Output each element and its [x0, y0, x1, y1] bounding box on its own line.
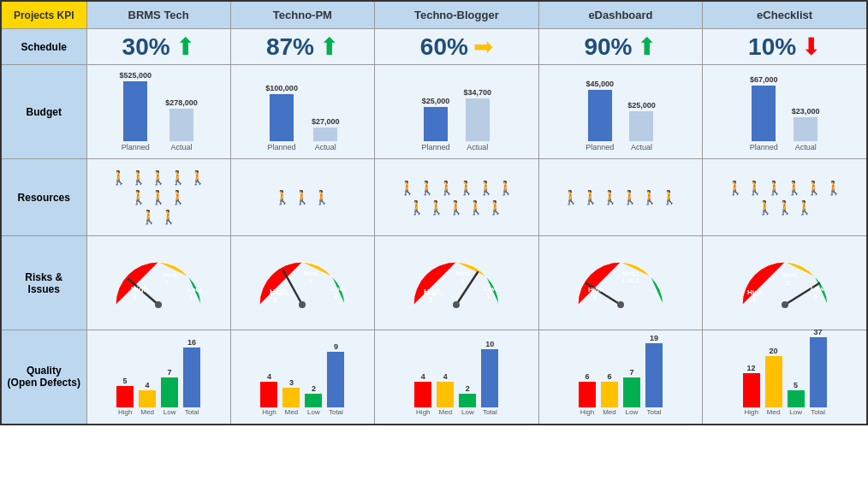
person-green: 🚶: [313, 189, 330, 205]
quality-high-3: 4: [421, 372, 425, 381]
budget-planned-1: $525,000: [120, 71, 152, 80]
risks-cell-3: High, 1 Med, 1 Low, 1: [375, 236, 539, 330]
budget-planned-3: $25,000: [422, 97, 450, 105]
quality-total-bar-2: [327, 352, 344, 407]
svg-text:Med,: Med,: [304, 270, 319, 277]
schedule-value-2: 87%: [266, 33, 314, 61]
budget-actual-1: $278,000: [165, 98, 198, 107]
person-green: 🚶: [786, 180, 803, 196]
budget-cell-1: $525,000 Planned $278,000 Actual: [86, 65, 230, 159]
budget-actual-bar-5: [794, 117, 817, 141]
svg-text:High,: High,: [588, 286, 605, 294]
budget-planned-bar-4: [588, 90, 612, 141]
person-green: 🚶: [661, 189, 678, 205]
quality-high-2: 4: [267, 372, 271, 381]
quality-low-bar-2: [305, 394, 322, 407]
svg-text:1: 1: [429, 295, 433, 304]
budget-actual-bar-1: [169, 109, 193, 141]
budget-label: Budget: [1, 65, 86, 159]
schedule-cell-4: 90% ⬆: [538, 29, 703, 65]
schedule-cell-1: 30% ⬆: [86, 29, 230, 65]
budget-cell-4: $45,000 Planned $25,000 Actual: [538, 65, 703, 159]
quality-cell-5: 12 High 20 Med 5 Low 37: [703, 330, 867, 425]
quality-total-4: 19: [650, 334, 658, 342]
budget-cell-3: $25,000 Planned $34,700 Actual: [375, 65, 539, 159]
svg-text:Med,: Med,: [783, 271, 799, 279]
risks-cell-5: High, 1 Med, 2 Low, 5: [703, 236, 867, 330]
person-green: 🚶: [621, 189, 639, 205]
project-header-4: eDashboard: [538, 1, 703, 29]
person-red: 🚶: [140, 209, 158, 225]
quality-med-bar-3: [437, 382, 454, 407]
quality-med-1: 4: [146, 381, 150, 389]
person-red: 🚶: [428, 199, 445, 216]
schedule-arrow-4: ⬆: [637, 33, 657, 61]
svg-text:High,: High,: [424, 288, 443, 296]
person-red: 🚶: [408, 199, 425, 216]
quality-total-bar-5: [810, 337, 827, 407]
person-green: 🚶: [169, 189, 187, 205]
quality-high-bar-1: [116, 386, 134, 407]
schedule-value-5: 10%: [748, 33, 796, 61]
person-green: 🚶: [419, 180, 436, 196]
quality-cell-4: 6 High 6 Med 7 Low 19: [538, 330, 703, 425]
person-green: 🚶: [169, 169, 187, 186]
svg-text:5: 5: [813, 293, 817, 300]
person-green: 🚶: [458, 180, 475, 196]
person-green: 🚶: [582, 189, 599, 205]
quality-low-bar-1: [161, 377, 178, 407]
quality-med-bar-4: [601, 382, 618, 407]
kpi-header: Projects KPI: [1, 1, 86, 29]
schedule-arrow-2: ⬆: [319, 33, 339, 61]
project-header-5: eChecklist: [703, 1, 867, 29]
svg-text:4: 4: [308, 277, 312, 285]
schedule-cell-5: 10% ⬇: [703, 29, 867, 65]
budget-planned-bar-3: [424, 107, 448, 141]
svg-point-9: [299, 301, 306, 308]
person-green: 🚶: [274, 189, 291, 205]
person-green: 🚶: [478, 180, 495, 196]
quality-label: Quality (Open Defects): [1, 330, 86, 425]
person-green: 🚶: [448, 199, 465, 216]
person-green: 🚶: [399, 180, 416, 196]
schedule-cell-3: 60% ➡: [375, 29, 539, 65]
person-green: 🚶: [150, 169, 167, 186]
resources-cell-4: 🚶 🚶 🚶 🚶 🚶 🚶: [538, 159, 703, 236]
person-green: 🚶: [110, 169, 128, 186]
person-green: 🚶: [602, 189, 619, 205]
quality-high-4: 6: [585, 372, 589, 381]
quality-total-bar-1: [183, 347, 200, 407]
person-green: 🚶: [641, 189, 658, 205]
resources-cell-5: 🚶 🚶 🚶 🚶 🚶 🚶 🚶 🚶 🚶: [703, 159, 867, 236]
quality-low-bar-5: [788, 390, 805, 407]
quality-low-5: 5: [794, 381, 798, 389]
quality-total-3: 10: [485, 340, 494, 348]
quality-cell-2: 4 High 3 Med 2 Low 9: [230, 330, 374, 425]
svg-text:2: 2: [164, 278, 169, 286]
svg-text:High,: High,: [747, 288, 764, 296]
svg-point-31: [782, 301, 788, 308]
person-green: 🚶: [294, 189, 311, 205]
budget-planned-2: $100,000: [265, 84, 298, 92]
schedule-value-3: 60%: [420, 33, 468, 61]
quality-total-1: 16: [187, 338, 196, 347]
budget-planned-bar-1: [123, 81, 147, 141]
quality-low-1: 7: [168, 368, 172, 377]
resources-cell-3: 🚶 🚶 🚶 🚶 🚶 🚶 🚶 🚶 🚶 🚶 🚶: [375, 159, 539, 236]
person-red: 🚶: [160, 209, 177, 225]
person-green: 🚶: [825, 180, 842, 196]
person-green: 🚶: [757, 199, 774, 216]
budget-planned-bar-5: [752, 86, 776, 141]
svg-text:Low,: Low,: [811, 285, 826, 293]
quality-med-4: 6: [607, 372, 611, 381]
gauge-svg-3: High, 1 Med, 1 Low, 1: [405, 253, 508, 313]
schedule-arrow-5: ⬇: [801, 33, 821, 61]
quality-high-1: 5: [123, 377, 128, 385]
resources-label: Resources: [1, 159, 86, 236]
person-red: 🚶: [467, 199, 485, 216]
risks-cell-4: High, 5 Med,1 Low,1: [538, 236, 703, 330]
svg-text:5: 5: [133, 293, 137, 301]
quality-total-2: 9: [334, 342, 338, 351]
person-green: 🚶: [796, 199, 813, 216]
schedule-arrow-3: ➡: [473, 33, 493, 61]
